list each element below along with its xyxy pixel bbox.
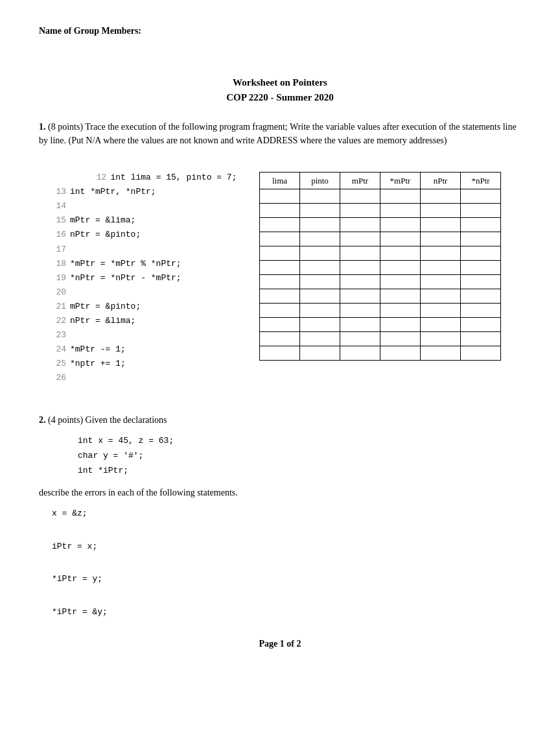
question-2: 2. (4 points) Given the declarations int… — [39, 413, 521, 619]
q1-code-block: 12int lima = 15, pinto = 7; 13int *mPtr,… — [52, 156, 253, 400]
footer-text: Page 1 of 2 — [259, 639, 301, 649]
col-mptr: mPtr — [340, 173, 380, 189]
line-17: 17 — [52, 245, 70, 254]
q1-text: (8 points) Trace the execution of the fo… — [39, 122, 517, 145]
line-18: 18*mPtr = *mPtr % *nPtr; — [52, 259, 181, 269]
title-line2: COP 2220 - Summer 2020 — [39, 90, 521, 105]
table-row — [260, 218, 501, 232]
page: Name of Group Members: Worksheet on Poin… — [0, 0, 560, 729]
table-row — [260, 332, 501, 346]
decl-line-3: int *iPtr; — [78, 463, 521, 478]
line-25: 25*nptr += 1; — [52, 359, 126, 368]
q1-number: 1. — [39, 122, 46, 132]
name-of-group-label: Name of Group Members: — [39, 26, 521, 36]
line-13: 13int *mPtr, *nPtr; — [52, 187, 156, 197]
q2-text: (4 points) Given the declarations — [48, 415, 167, 425]
col-nptr-deref: *nPtr — [461, 173, 501, 189]
statement-1: x = &z; — [52, 507, 521, 521]
q2-number: 2. — [39, 415, 46, 425]
q1-code-table-wrapper: 12int lima = 15, pinto = 7; 13int *mPtr,… — [52, 156, 521, 400]
line-26: 26 — [52, 373, 70, 383]
table-row — [260, 346, 501, 361]
title-line1: Worksheet on Pointers — [39, 75, 521, 90]
statement-4: *iPtr = &y; — [52, 606, 521, 619]
col-pinto: pinto — [300, 173, 340, 189]
line-15: 15mPtr = &lima; — [52, 215, 135, 225]
decl-line-2: char y = '#'; — [78, 448, 521, 463]
q2-declarations: int x = 45, z = 63; char y = '#'; int *i… — [78, 433, 521, 479]
line-23: 23 — [52, 330, 70, 340]
statement-2: iPtr = x; — [52, 540, 521, 554]
line-12: 12int lima = 15, pinto = 7; — [92, 173, 237, 182]
line-20: 20 — [52, 287, 70, 297]
table-row — [260, 275, 501, 289]
title-block: Worksheet on Pointers COP 2220 - Summer … — [39, 75, 521, 104]
decl-line-1: int x = 45, z = 63; — [78, 433, 521, 448]
table-row — [260, 204, 501, 218]
table-row — [260, 304, 501, 318]
describe-text: describe the errors in each of the follo… — [39, 488, 521, 498]
line-14: 14 — [52, 201, 70, 211]
page-footer: Page 1 of 2 — [39, 639, 521, 649]
col-lima: lima — [260, 173, 300, 189]
line-16: 16nPtr = &pinto; — [52, 230, 141, 239]
line-24: 24*mPtr -= 1; — [52, 344, 126, 354]
line-19: 19*nPtr = *nPtr - *mPtr; — [52, 273, 181, 283]
col-nptr: nPtr — [421, 173, 461, 189]
question-1: 1. (8 points) Trace the execution of the… — [39, 120, 521, 400]
table-row — [260, 189, 501, 204]
table-row — [260, 261, 501, 275]
q1-header: 1. (8 points) Trace the execution of the… — [39, 120, 521, 147]
table-row — [260, 318, 501, 332]
q2-header: 2. (4 points) Given the declarations — [39, 413, 521, 427]
table-row — [260, 289, 501, 304]
statement-3: *iPtr = y; — [52, 573, 521, 586]
col-mptr-deref: *mPtr — [380, 173, 421, 189]
table-row — [260, 246, 501, 261]
line-21: 21mPtr = &pinto; — [52, 302, 141, 311]
table-row — [260, 232, 501, 246]
trace-table: lima pinto mPtr *mPtr nPtr *nPtr — [259, 172, 501, 361]
line-22: 22nPtr = &lima; — [52, 316, 135, 326]
